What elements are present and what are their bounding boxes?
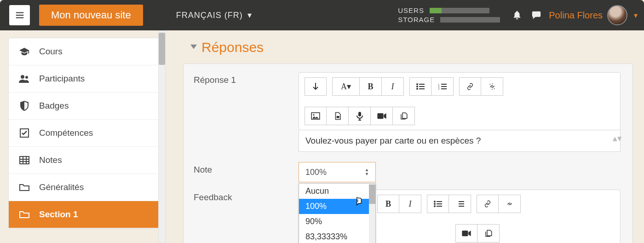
answers-panel: Réponse 1 A▾ B I 123 — [183, 64, 633, 243]
toolbar-link-button[interactable] — [459, 77, 481, 96]
answer1-editor[interactable]: Voulez-vous payer par carte ou en espèce… — [299, 130, 621, 152]
svg-rect-7 — [419, 86, 425, 87]
toolbar-image-button[interactable] — [305, 107, 327, 125]
messages-button[interactable] — [529, 10, 543, 20]
collapse-section-button[interactable] — [190, 43, 197, 52]
toolbar-ul-button[interactable] — [409, 77, 431, 96]
toolbar-styles-button[interactable]: A▾ — [332, 77, 360, 96]
toolbar-ol-button[interactable] — [449, 195, 471, 213]
svg-rect-27 — [459, 201, 464, 202]
sidebar-item-notes[interactable]: Notes — [9, 147, 159, 174]
hamburger-icon — [15, 10, 25, 20]
folder-icon — [19, 183, 30, 191]
svg-rect-29 — [459, 206, 464, 207]
sort-icon: ▲▼ — [365, 168, 369, 176]
toolbar-link-button[interactable] — [477, 195, 499, 213]
svg-rect-20 — [377, 113, 383, 119]
grade-option[interactable]: 83,33333% — [299, 229, 375, 243]
table-icon — [19, 156, 30, 164]
avatar[interactable] — [607, 5, 627, 25]
grade-dropdown[interactable]: Aucun100%90%83,33333%80%75% — [299, 183, 376, 243]
svg-rect-22 — [437, 201, 442, 202]
dropdown-scrollbar[interactable] — [369, 184, 375, 243]
toolbar-files-button[interactable] — [393, 107, 415, 125]
caret-down-icon: ▾ — [247, 10, 252, 20]
sidebar-item-participants[interactable]: Participants — [9, 65, 159, 93]
svg-point-4 — [416, 83, 418, 85]
user-name[interactable]: Polina Flores — [549, 10, 603, 21]
files-icon — [400, 112, 408, 120]
storage-label: STORAGE — [398, 15, 435, 24]
sidebar-item-label: Cours — [39, 46, 63, 57]
toolbar-video-button[interactable] — [371, 107, 393, 125]
svg-point-0 — [21, 75, 24, 79]
language-label: FRANÇAIS (FR) — [176, 11, 243, 20]
graduation-cap-icon — [19, 47, 30, 56]
toolbar-bold-button[interactable]: B — [360, 77, 382, 96]
toolbar-files-button[interactable] — [477, 224, 500, 243]
files-icon — [484, 229, 493, 237]
svg-rect-11 — [441, 84, 447, 85]
sidebar-item-generalites[interactable]: Généralités — [9, 174, 159, 201]
feedback-label: Feedback — [194, 190, 299, 243]
svg-rect-18 — [336, 116, 339, 118]
svg-rect-13 — [441, 86, 447, 87]
sidebar-item-cours[interactable]: Cours — [9, 38, 159, 65]
toolbar-expand-button[interactable] — [305, 77, 327, 96]
toolbar-ul-button[interactable] — [427, 195, 449, 213]
toolbar-audio-button[interactable] — [349, 107, 371, 125]
toolbar-unlink-button[interactable] — [499, 195, 521, 213]
svg-rect-3 — [20, 156, 29, 164]
toolbar-media-button[interactable] — [327, 107, 349, 125]
hamburger-button[interactable] — [9, 5, 30, 25]
top-bar: Mon nouveau site FRANÇAIS (FR) ▾ USERS S… — [0, 0, 644, 30]
toolbar-video-button[interactable] — [455, 224, 477, 243]
site-button[interactable]: Mon nouveau site — [39, 5, 143, 26]
unlink-icon — [488, 83, 497, 90]
side-navigation: CoursParticipantsBadgesCompétencesNotesG… — [8, 38, 159, 229]
video-icon — [377, 113, 387, 119]
grade-selected-value: 100% — [305, 168, 327, 177]
svg-rect-9 — [419, 88, 425, 89]
sidebar-item-section-1[interactable]: Section 1 — [9, 201, 159, 228]
file-media-icon — [334, 112, 342, 120]
sidebar-item-badges[interactable]: Badges — [9, 93, 159, 120]
toolbar-italic-button[interactable]: I — [382, 77, 404, 96]
link-icon — [483, 200, 492, 208]
list-ul-icon — [434, 201, 442, 207]
resize-handle-icon[interactable]: ▴▾ — [613, 133, 618, 149]
check-square-icon — [19, 128, 30, 138]
grade-option[interactable]: 90% — [299, 214, 375, 229]
notifications-button[interactable] — [510, 10, 524, 20]
svg-rect-15 — [441, 88, 447, 89]
sidebar-item-label: Participants — [39, 74, 85, 84]
answer1-text: Voulez-vous payer par carte ou en espèce… — [305, 136, 481, 145]
users-meter — [430, 8, 489, 13]
language-dropdown[interactable]: FRANÇAIS (FR) ▾ — [176, 10, 252, 20]
user-menu-caret[interactable]: ▾ — [634, 11, 638, 20]
answer1-label: Réponse 1 — [194, 72, 299, 152]
toolbar-bold-button[interactable]: B — [377, 195, 399, 213]
caret-down-icon — [190, 43, 197, 50]
svg-point-8 — [416, 88, 418, 90]
image-icon — [311, 112, 320, 120]
svg-point-17 — [313, 114, 314, 116]
toolbar-italic-button[interactable]: I — [399, 195, 421, 213]
answer1-toolbar: A▾ B I 123 — [299, 72, 621, 130]
grade-select[interactable]: 100% ▲▼ — [299, 162, 376, 182]
svg-point-6 — [416, 86, 418, 87]
video-icon — [461, 230, 472, 237]
sidebar-scrollbar[interactable] — [158, 30, 166, 243]
sidebar-item-competences[interactable]: Compétences — [9, 120, 159, 147]
toolbar-ol-button[interactable]: 123 — [431, 77, 454, 96]
svg-point-23 — [434, 203, 436, 205]
toolbar-unlink-button[interactable] — [481, 77, 503, 96]
sidebar-item-label: Généralités — [39, 182, 84, 192]
sidebar-item-label: Section 1 — [39, 209, 78, 220]
svg-rect-28 — [459, 203, 464, 204]
svg-rect-30 — [462, 231, 468, 236]
svg-rect-5 — [419, 84, 425, 85]
svg-text:3: 3 — [438, 88, 440, 90]
bell-icon — [512, 10, 522, 20]
sidebar-item-label: Badges — [39, 101, 69, 111]
